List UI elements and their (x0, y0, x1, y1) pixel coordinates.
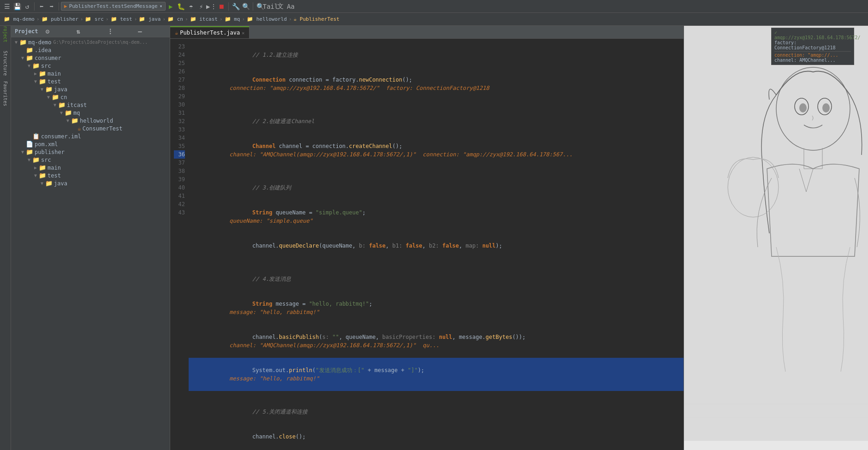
breadcrumb-test[interactable]: 📁 test (111, 16, 132, 22)
run-more-button[interactable]: ▶⋮ (207, 2, 216, 11)
code-line-39: channel.close(); (189, 424, 684, 449)
sidebar-settings-icon[interactable]: ⚙ (46, 28, 74, 35)
breadcrumb-cn[interactable]: 📁 cn (167, 16, 183, 22)
tree-arrow-consumer-mq[interactable]: ▼ (58, 110, 65, 115)
overlay-sep (774, 51, 851, 52)
code-text-24: Connection connection = factory.newConne… (226, 77, 412, 83)
tree-item-consumer-java[interactable]: ▼ 📁 java (11, 85, 170, 93)
breadcrumb-src[interactable]: 📁 src (85, 16, 104, 22)
breadcrumb-mq[interactable]: 📁 mq (225, 16, 240, 22)
editor-tab-publishertest[interactable]: ☕ PublisherTest.java ✕ (170, 26, 250, 38)
tree-item-consumer-helloworld[interactable]: ▼ 📁 helloworld (11, 117, 170, 124)
tree-item-consumer-main[interactable]: ▶ 📁 main (11, 70, 170, 77)
tree-arrow-publisher-main[interactable]: ▶ (32, 165, 39, 170)
stop-button[interactable]: ⏹ (217, 2, 226, 11)
run-config-icon: ▶ (64, 3, 67, 9)
code-text-27: Channel channel = connection.createChann… (226, 143, 402, 149)
code-line-29: // 3.创建队列 (189, 175, 684, 200)
sidebar-expand-icon[interactable]: ⇅ (77, 28, 105, 35)
code-line-27: Channel channel = connection.createChann… (189, 134, 684, 167)
editor-area: ☕ PublisherTest.java ✕ 23 24 25 26 27 28… (170, 26, 684, 450)
tree-arrow-consumer-java[interactable]: ▼ (39, 87, 45, 92)
translate2-icon[interactable]: Aa (286, 2, 295, 11)
folder-icon-consumer: 📁 (26, 54, 33, 61)
project-panel-icon[interactable]: Project (0, 28, 11, 38)
tree-arrow-consumer-src[interactable]: ▼ (26, 63, 32, 68)
breadcrumb-java[interactable]: 📁 java (139, 16, 161, 22)
tree-item-consumer-iml[interactable]: 📋 consumer.iml (11, 132, 170, 140)
breadcrumb-publishertest[interactable]: ☕ PublisherTest (294, 16, 339, 22)
debug-button[interactable]: 🐛 (176, 2, 185, 11)
tree-item-consumer-itcast[interactable]: ▼ 📁 itcast (11, 101, 170, 109)
find-in-path-icon[interactable]: 🔧 (231, 2, 240, 11)
tree-item-publisher-java[interactable]: ▼ 📁 java (11, 179, 170, 187)
toolbar-sync-icon[interactable]: ↺ (23, 2, 32, 11)
inspect-icon[interactable]: 🔍 (241, 2, 250, 11)
toolbar-separator-1 (34, 2, 35, 11)
tree-label-consumer-src: src (41, 63, 51, 69)
folder-icon-idea: 📁 (26, 47, 33, 53)
toolbar-new-icon[interactable]: ☰ (2, 2, 12, 11)
toolbar-back-icon[interactable]: ⬅ (37, 2, 46, 11)
tree-arrow-publisher[interactable]: ▼ (19, 149, 26, 154)
tree-arrow-consumer-test[interactable]: ▼ (32, 79, 39, 84)
svg-point-5 (822, 103, 830, 112)
tree-item-mq-demo[interactable]: ▼ 📁 mq-demo G:\Projects\IdeaProjects\mq-… (11, 38, 170, 46)
tree-item-consumertest[interactable]: ☕ ConsumerTest (11, 124, 170, 132)
tree-item-publisher-test[interactable]: ▼ 📁 test (11, 172, 170, 179)
ln-36: 36 (174, 150, 185, 159)
tree-arrow-publisher-test[interactable]: ▼ (32, 173, 39, 178)
toolbar-forward-icon[interactable]: ➡ (47, 2, 56, 11)
tab-close-publishertest[interactable]: ✕ (242, 30, 244, 36)
tree-arrow-publisher-java[interactable]: ▼ (39, 181, 45, 186)
tree-item-pom[interactable]: 📄 pom.xml (11, 140, 170, 148)
run-button[interactable]: ▶ (166, 2, 175, 11)
folder-icon-mq-demo: 📁 (19, 39, 27, 46)
tree-arrow-publisher-src[interactable]: ▼ (26, 157, 32, 162)
tree-arrow-consumer-helloworld[interactable]: ▼ (65, 118, 71, 123)
folder-icon-consumer-main: 📁 (39, 70, 46, 77)
tree-item-consumer-mq[interactable]: ▼ 📁 mq (11, 109, 170, 117)
toolbar-open-icon[interactable]: 💾 (12, 2, 22, 11)
toolbar: ☰ 💾 ↺ ⬅ ➡ ▶ PublisherTest.testSendMessag… (0, 0, 868, 13)
tree-item-publisher-src[interactable]: ▼ 📁 src (11, 156, 170, 164)
run-configuration[interactable]: ▶ PublisherTest.testSendMessage ▾ (61, 2, 166, 11)
tree-item-idea[interactable]: 📁 .idea (11, 46, 170, 54)
tree-arrow-consumer[interactable]: ▼ (19, 55, 26, 60)
profile-button[interactable]: ⚡ (196, 2, 206, 11)
sidebar-close-icon[interactable]: — (138, 28, 166, 35)
sidebar-gear-icon[interactable]: ⋮ (107, 28, 135, 35)
favorites-panel-icon[interactable]: Favorites (0, 89, 11, 99)
tree-arrow-consumer-cn[interactable]: ▼ (45, 95, 52, 100)
tree-item-consumer-test[interactable]: ▼ 📁 test (11, 77, 170, 85)
tree-arrow-mq-demo[interactable]: ▼ (13, 40, 19, 45)
breadcrumb-itcast[interactable]: 📁 itcast (190, 16, 218, 22)
tree-label-consumer-java: java (54, 86, 67, 93)
ln-26: 26 (174, 67, 185, 76)
tree-label-publisher-src: src (41, 157, 51, 163)
tail-icon[interactable]: Tail (266, 2, 275, 11)
coverage-button[interactable]: ☂ (186, 2, 196, 11)
translate-icon[interactable]: 文 (276, 2, 285, 11)
code-content[interactable]: // 1.2.建立连接 Connection connection = fact… (189, 39, 684, 450)
sidebar-title: Project (15, 28, 43, 35)
breadcrumb-mq-demo[interactable]: 📁 mq-demo (4, 16, 35, 22)
tree-item-consumer[interactable]: ▼ 📁 consumer (11, 54, 170, 62)
run-config-dropdown[interactable]: ▾ (160, 3, 163, 9)
breadcrumb-helloworld[interactable]: 📁 helloworld (247, 16, 287, 22)
toolbar-separator-3 (228, 2, 229, 11)
comment-26: // 2.创建通道Channel (226, 118, 315, 124)
tree-item-consumer-src[interactable]: ▼ 📁 src (11, 62, 170, 70)
tree-item-publisher[interactable]: ▼ 📁 publisher (11, 148, 170, 156)
tree-label-publisher-java: java (54, 180, 67, 187)
tree-arrow-consumer-main[interactable]: ▶ (32, 71, 39, 76)
ln-35: 35 (174, 142, 185, 150)
editor-tabs: ☕ PublisherTest.java ✕ (170, 26, 684, 39)
tree-arrow-consumer-itcast[interactable]: ▼ (52, 102, 58, 107)
breadcrumb-publisher[interactable]: 📁 publisher (42, 16, 78, 22)
comment-33: // 4.发送消息 (226, 276, 291, 282)
structure-panel-icon[interactable]: Structure (0, 58, 11, 68)
tree-item-consumer-cn[interactable]: ▼ 📁 cn (11, 93, 170, 101)
ln-28: 28 (174, 84, 185, 92)
tree-item-publisher-main[interactable]: ▶ 📁 main (11, 164, 170, 172)
